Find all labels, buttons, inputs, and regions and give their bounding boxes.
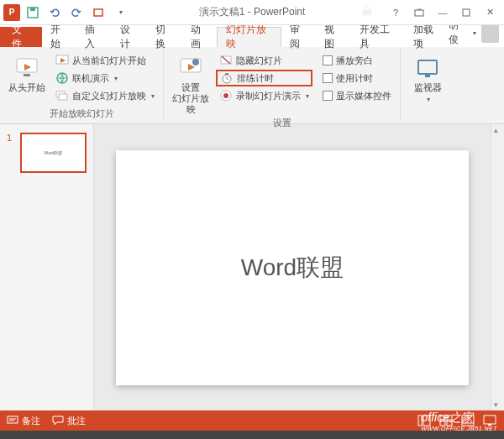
ribbon-tabs: 文件 开始 插入 设计 切换 动画 幻灯片放映 审阅 视图 开发工具 加载项 胡…	[0, 25, 504, 47]
tab-developer[interactable]: 开发工具	[351, 27, 404, 47]
redo-icon[interactable]	[69, 5, 84, 20]
svg-point-15	[192, 59, 199, 65]
group-monitors: 监视器▾	[401, 49, 454, 122]
slide-text[interactable]: Word联盟	[241, 252, 344, 284]
monitor-button[interactable]: 监视器▾	[406, 50, 449, 118]
thumbnail-item[interactable]: 1 Word联盟	[7, 133, 87, 173]
rehearse-timings-button[interactable]: 排练计时	[216, 70, 312, 86]
svg-rect-12	[59, 94, 67, 100]
monitor-icon	[414, 54, 441, 81]
minimize-icon[interactable]: —	[432, 4, 454, 21]
notes-button[interactable]: 备注	[7, 415, 40, 427]
checkbox-icon	[323, 73, 333, 83]
monitor-label: 监视器▾	[414, 82, 442, 105]
checkbox-icon	[323, 91, 333, 101]
new-slide-icon[interactable]	[91, 5, 106, 20]
from-beginning-button[interactable]: 从头开始	[5, 50, 49, 106]
tab-insert[interactable]: 插入	[76, 27, 112, 47]
comments-button[interactable]: 批注	[52, 415, 86, 427]
tab-home[interactable]: 开始	[42, 27, 77, 47]
tab-file[interactable]: 文件	[0, 27, 42, 47]
ribbon: 从头开始 从当前幻灯片开始 联机演示▾ 自定义幻灯片放映▾ 开始放映幻灯片 设置…	[0, 47, 504, 124]
vertical-scrollbar[interactable]	[491, 124, 504, 410]
slide-thumbnails-panel: 1 Word联盟	[0, 124, 94, 410]
group-start-slideshow: 从头开始 从当前幻灯片开始 联机演示▾ 自定义幻灯片放映▾ 开始放映幻灯片	[0, 49, 164, 122]
setup-label: 设置 幻灯片放映	[169, 82, 213, 115]
group-label: 开始放映幻灯片	[50, 106, 114, 120]
present-online-button[interactable]: 联机演示▾	[52, 70, 158, 86]
qat-dropdown-icon[interactable]: ▾	[113, 5, 128, 20]
ribbon-options-icon[interactable]	[408, 4, 430, 21]
record-slideshow-button[interactable]: 录制幻灯片演示▾	[216, 87, 312, 104]
thumbnail-number: 1	[7, 133, 15, 173]
quick-access-toolbar: ▾	[25, 5, 128, 20]
svg-rect-4	[463, 9, 470, 16]
avatar	[481, 23, 499, 43]
content-area: 1 Word联盟 Word联盟	[0, 124, 504, 410]
bottom-border	[0, 431, 504, 439]
save-icon[interactable]	[25, 5, 40, 20]
slide-editor[interactable]: Word联盟	[94, 124, 491, 410]
help-icon[interactable]: ?	[385, 4, 407, 21]
tab-transitions[interactable]: 切换	[147, 27, 182, 47]
svg-rect-2	[94, 9, 102, 16]
thumbnail-preview: Word联盟	[20, 133, 87, 173]
tab-review[interactable]: 审阅	[281, 27, 317, 47]
show-media-controls-checkbox[interactable]: 显示媒体控件	[319, 87, 395, 104]
from-beginning-label: 从头开始	[8, 82, 45, 93]
undo-icon[interactable]	[47, 5, 62, 20]
tab-animations[interactable]: 动画	[182, 27, 218, 47]
checkbox-icon	[323, 55, 333, 65]
maximize-icon[interactable]	[455, 4, 477, 21]
setup-icon	[177, 54, 204, 81]
tab-slideshow[interactable]: 幻灯片放映	[217, 27, 281, 47]
play-narrations-checkbox[interactable]: 播放旁白	[319, 52, 395, 69]
svg-rect-7	[24, 74, 30, 76]
decoration-icon	[361, 3, 378, 20]
app-icon: P	[3, 4, 20, 21]
svg-rect-22	[8, 416, 18, 423]
status-bar: 备注 批注 office之家 WWW.OFFICE.JB51.NET	[0, 410, 504, 431]
custom-slideshow-button[interactable]: 自定义幻灯片放映▾	[52, 87, 158, 104]
from-current-button[interactable]: 从当前幻灯片开始	[52, 52, 158, 69]
window-title: 演示文稿1 - PowerPoint	[199, 5, 306, 19]
play-icon	[13, 54, 40, 81]
watermark: office之家 WWW.OFFICE.JB51.NET	[421, 410, 497, 431]
group-setup: 设置 幻灯片放映 隐藏幻灯片 排练计时 录制幻灯片演示▾ 播放旁白 使用计时 显…	[164, 49, 401, 122]
tab-view[interactable]: 视图	[316, 27, 351, 47]
hide-slide-button[interactable]: 隐藏幻灯片	[216, 52, 312, 69]
svg-point-21	[223, 93, 228, 98]
svg-rect-19	[225, 73, 228, 75]
close-icon[interactable]: ✕	[479, 4, 501, 21]
setup-slideshow-button[interactable]: 设置 幻灯片放映	[169, 50, 213, 115]
tab-design[interactable]: 设计	[112, 27, 147, 47]
svg-rect-1	[30, 8, 35, 11]
tab-addins[interactable]: 加载项	[405, 27, 449, 47]
title-bar: P ▾ 演示文稿1 - PowerPoint ? — ✕	[0, 0, 504, 25]
slide-canvas[interactable]: Word联盟	[116, 150, 469, 385]
use-timings-checkbox[interactable]: 使用计时	[319, 70, 395, 86]
svg-rect-3	[415, 10, 423, 16]
